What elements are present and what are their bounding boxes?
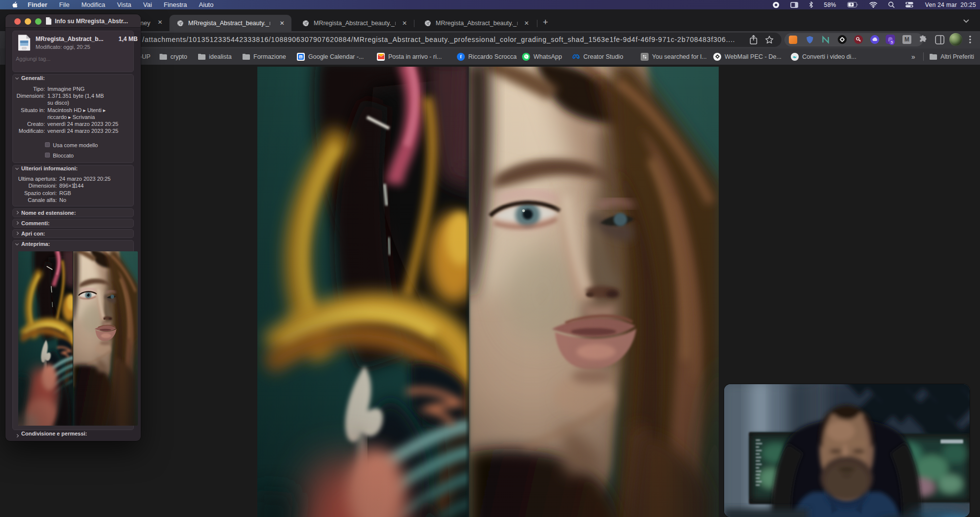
svg-text:31: 31 (299, 55, 302, 58)
